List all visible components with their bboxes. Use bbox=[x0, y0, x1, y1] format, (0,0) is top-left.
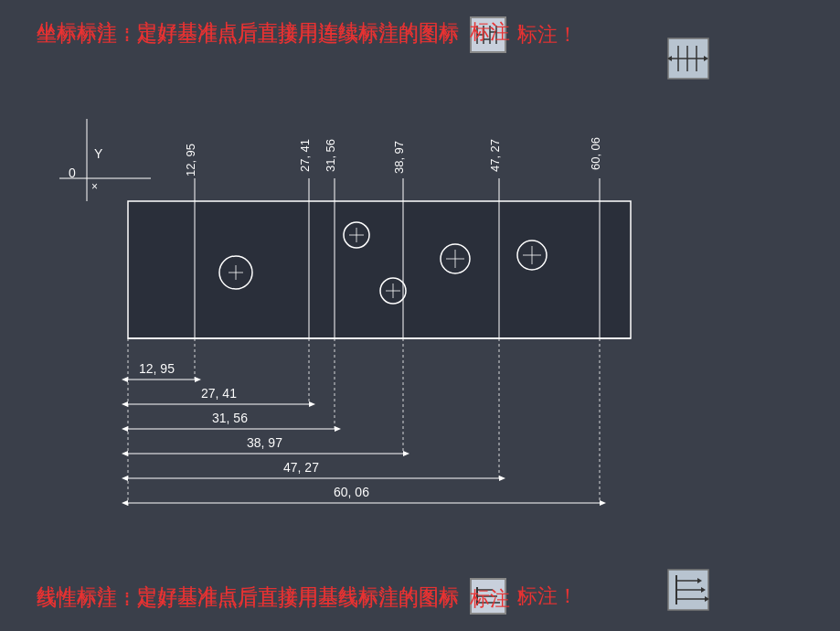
svg-text:×: × bbox=[91, 180, 98, 193]
svg-marker-63 bbox=[122, 426, 128, 432]
svg-text:47, 27: 47, 27 bbox=[283, 460, 319, 475]
cad-drawing: Y × 0 12, 95 27, 41 31, 56 38, 97 47, 27… bbox=[0, 0, 840, 631]
svg-marker-71 bbox=[122, 476, 128, 481]
bottom-text-1: 线性标注：定好基准点后直接用基线标注的图标 bbox=[37, 585, 459, 613]
svg-text:60, 06: 60, 06 bbox=[589, 137, 602, 170]
svg-text:27, 41: 27, 41 bbox=[298, 139, 312, 172]
svg-marker-55 bbox=[122, 377, 128, 382]
svg-text:12, 95: 12, 95 bbox=[139, 361, 175, 376]
svg-marker-76 bbox=[600, 500, 606, 506]
svg-text:27, 41: 27, 41 bbox=[201, 386, 237, 401]
bottom-instruction-overlay: 线性标注：定好基准点后直接用基线标注的图标 标注！ bbox=[37, 585, 530, 613]
svg-marker-64 bbox=[335, 426, 341, 432]
svg-text:31, 56: 31, 56 bbox=[212, 411, 248, 425]
svg-text:38, 97: 38, 97 bbox=[247, 435, 282, 450]
top-instruction-overlay: 坐标标注：定好基准点后直接用连续标注的图标 标注！ bbox=[37, 18, 530, 46]
svg-marker-72 bbox=[499, 476, 505, 481]
svg-text:47, 27: 47, 27 bbox=[488, 139, 502, 172]
top-text-2: 标注！ bbox=[470, 18, 530, 46]
svg-text:60, 06: 60, 06 bbox=[334, 485, 369, 499]
svg-text:38, 97: 38, 97 bbox=[392, 141, 406, 174]
svg-text:31, 56: 31, 56 bbox=[324, 139, 337, 172]
svg-marker-67 bbox=[122, 451, 128, 456]
svg-text:12, 95: 12, 95 bbox=[184, 144, 197, 176]
svg-text:Y: Y bbox=[94, 146, 103, 161]
svg-marker-59 bbox=[122, 401, 128, 407]
svg-rect-30 bbox=[128, 201, 631, 338]
svg-marker-60 bbox=[309, 401, 315, 407]
top-text-1: 坐标标注：定好基准点后直接用连续标注的图标 bbox=[37, 18, 459, 46]
svg-marker-75 bbox=[122, 500, 128, 506]
svg-marker-56 bbox=[195, 377, 201, 382]
svg-marker-68 bbox=[403, 451, 409, 456]
bottom-text-2: 标注！ bbox=[470, 585, 530, 613]
